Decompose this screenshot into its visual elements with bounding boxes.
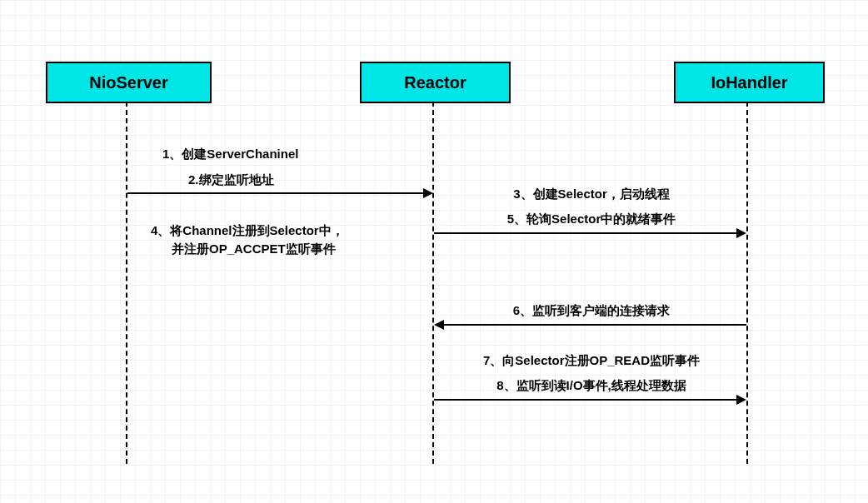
participant-nioserver: NioServer	[46, 62, 212, 103]
participant-reactor-label: Reactor	[404, 73, 466, 92]
msg-3: 3、创建Selector，启动线程	[471, 187, 712, 202]
arrow-2	[434, 232, 736, 234]
msg-4a: 4、将Channel注册到Selector中，	[151, 223, 344, 239]
arrow-4	[434, 399, 736, 401]
arrow-4-head	[736, 395, 746, 405]
lifeline-nioserver	[126, 102, 127, 464]
lifeline-iohandler	[746, 102, 748, 464]
lifeline-reactor	[432, 102, 434, 464]
arrow-1-head	[423, 188, 433, 198]
msg-5: 5、轮询Selector中的就绪事件	[471, 212, 712, 227]
arrow-2-head	[736, 228, 746, 238]
participant-iohandler: IoHandler	[674, 62, 825, 103]
msg-6: 6、监听到客户端的连接请求	[471, 303, 712, 319]
msg-7: 7、向Selector注册OP_READ监听事件	[454, 353, 729, 369]
arrow-3-head	[434, 320, 444, 330]
msg-1: 1、创建ServerChaninel	[162, 147, 298, 162]
arrow-3	[444, 324, 746, 326]
sequence-diagram: NioServer Reactor IoHandler 1、创建ServerCh…	[0, 0, 868, 503]
msg-2: 2.绑定监听地址	[188, 172, 274, 188]
msg-4b: 并注册OP_ACCPET监听事件	[172, 242, 336, 257]
arrow-1	[127, 192, 423, 194]
participant-reactor: Reactor	[360, 62, 511, 103]
msg-8: 8、监听到读I/O事件,线程处理数据	[454, 378, 729, 394]
participant-nioserver-label: NioServer	[89, 73, 168, 92]
participant-iohandler-label: IoHandler	[711, 73, 787, 92]
